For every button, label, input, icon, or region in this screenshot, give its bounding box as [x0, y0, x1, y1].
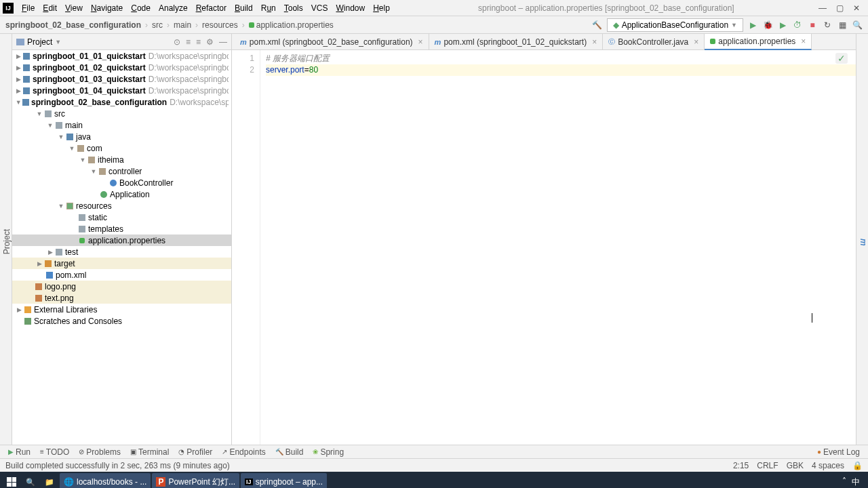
tray-chevron-icon[interactable]: ˄	[842, 476, 846, 488]
windows-logo-icon	[7, 477, 16, 487]
tree-package-com[interactable]: ▼com	[12, 142, 231, 154]
endpoints-tool-button[interactable]: ↗Endpoints	[218, 447, 269, 457]
code-area[interactable]: # 服务器端口配置 server.port=80	[260, 50, 856, 445]
tree-folder-templates[interactable]: templates	[12, 223, 231, 235]
todo-tool-button[interactable]: ≡TODO	[36, 447, 73, 457]
menu-analyze[interactable]: Analyze	[155, 2, 192, 14]
taskbar-search-icon[interactable]: 🔍	[22, 473, 39, 488]
taskbar-chrome[interactable]: 🌐localhost/books - ...	[60, 473, 151, 488]
start-button[interactable]	[3, 473, 20, 488]
tree-folder-main[interactable]: ▼main	[12, 119, 231, 131]
tree-folder-src[interactable]: ▼src	[12, 108, 231, 119]
minimize-icon[interactable]: —	[818, 3, 827, 13]
inspection-ok-icon[interactable]: ✓	[835, 53, 848, 64]
tree-file-logo[interactable]: logo.png	[12, 281, 231, 292]
close-icon[interactable]: ✕	[853, 3, 860, 13]
tree-module[interactable]: ▶springboot_01_03_quickstartD:\workspace…	[12, 73, 231, 85]
tree-class-application[interactable]: Application	[12, 188, 231, 200]
menu-file[interactable]: File	[18, 2, 39, 14]
breadcrumb-project[interactable]: springboot_02_base_configuration	[5, 20, 141, 30]
tab-pom-quickstart[interactable]: mpom.xml (springboot_01_02_quickstart)×	[429, 34, 604, 49]
editor-body[interactable]: 1 2 # 服务器端口配置 server.port=80 ✓	[232, 50, 856, 445]
maven-tool-icon[interactable]: m	[859, 239, 868, 246]
intellij-icon: IJ	[245, 479, 253, 485]
event-log-button[interactable]: ●Event Log	[813, 447, 864, 457]
tree-scratches[interactable]: Scratches and Consoles	[12, 315, 231, 327]
tree-file-text[interactable]: text.png	[12, 292, 231, 304]
menu-navigate[interactable]: Navigate	[87, 2, 127, 14]
tab-pom-base[interactable]: mpom.xml (springboot_02_base_configurati…	[235, 34, 429, 49]
select-opened-file-icon[interactable]: ⊙	[174, 37, 180, 47]
status-lock-icon[interactable]: 🔒	[852, 461, 863, 470]
menu-code[interactable]: Code	[127, 2, 155, 14]
taskbar-powerpoint[interactable]: PPowerPoint 幻灯...	[152, 473, 239, 488]
taskbar-idea[interactable]: IJspringboot – app...	[241, 473, 327, 488]
project-structure-icon[interactable]: ▦	[837, 20, 848, 30]
tree-module[interactable]: ▶springboot_01_04_quickstartD:\workspace…	[12, 85, 231, 96]
build-project-icon[interactable]: 🔨	[592, 20, 603, 30]
project-tree[interactable]: ▶springboot_01_01_quickstartD:\workspace…	[12, 50, 231, 445]
build-tool-button[interactable]: 🔨Build	[271, 447, 308, 457]
status-line-separator[interactable]: CRLF	[757, 461, 778, 470]
collapse-all-icon[interactable]: ≡	[196, 37, 201, 47]
stop-button-icon[interactable]: ■	[807, 20, 818, 30]
tree-folder-java[interactable]: ▼java	[12, 131, 231, 142]
tray-ime-icon[interactable]: 中	[852, 476, 860, 488]
status-indent[interactable]: 4 spaces	[812, 461, 844, 470]
tree-external-libraries[interactable]: ▶External Libraries	[12, 304, 231, 315]
close-tab-icon[interactable]: ×	[418, 37, 423, 47]
search-everywhere-icon[interactable]: 🔍	[852, 20, 863, 30]
coverage-button-icon[interactable]: ▶	[777, 20, 788, 30]
close-tab-icon[interactable]: ×	[592, 37, 597, 47]
tree-package-controller[interactable]: ▼controller	[12, 165, 231, 177]
hide-icon[interactable]: —	[219, 37, 227, 47]
tree-module[interactable]: ▶springboot_01_02_quickstartD:\workspace…	[12, 62, 231, 73]
tree-module-open[interactable]: ▼springboot_02_base_configurationD:\work…	[12, 96, 231, 108]
tree-folder-static[interactable]: static	[12, 211, 231, 223]
menu-run[interactable]: Run	[257, 2, 280, 14]
update-button-icon[interactable]: ↻	[822, 20, 833, 30]
tree-module[interactable]: ▶springboot_01_01_quickstartD:\workspace…	[12, 50, 231, 62]
tab-bookcontroller[interactable]: ⒸBookController.java×	[603, 34, 705, 49]
tab-application-properties[interactable]: application.properties×	[705, 34, 812, 50]
settings-icon[interactable]: ⚙	[206, 37, 214, 47]
tree-folder-resources[interactable]: ▼resources	[12, 200, 231, 211]
menu-edit[interactable]: Edit	[39, 2, 61, 14]
menu-vcs[interactable]: VCS	[307, 2, 332, 14]
run-configuration-dropdown[interactable]: ◆ ApplicationBaseConfiguration ▼	[607, 18, 743, 32]
expand-all-icon[interactable]: ≡	[186, 37, 191, 47]
spring-tool-button[interactable]: ❀Spring	[309, 447, 348, 457]
menu-build[interactable]: Build	[231, 2, 257, 14]
breadcrumb-file[interactable]: application.properties	[256, 20, 334, 30]
breadcrumb-resources[interactable]: resources	[202, 20, 238, 30]
run-tool-button[interactable]: ▶Run	[4, 447, 35, 457]
system-tray[interactable]: ˄ 中	[842, 476, 865, 488]
tree-folder-test[interactable]: ▶test	[12, 246, 231, 258]
maximize-icon[interactable]: ▢	[836, 3, 844, 13]
taskbar-explorer-icon[interactable]: 📁	[41, 473, 58, 488]
breadcrumb-src[interactable]: src	[152, 20, 163, 30]
terminal-tool-button[interactable]: ▣Terminal	[126, 447, 173, 457]
tree-folder-target[interactable]: ▶target	[12, 258, 231, 269]
menu-tools[interactable]: Tools	[280, 2, 307, 14]
chevron-down-icon[interactable]: ▼	[55, 39, 61, 45]
status-encoding[interactable]: GBK	[787, 461, 804, 470]
profiler-tool-button[interactable]: ◔Profiler	[174, 447, 216, 457]
tree-package-itheima[interactable]: ▼itheima	[12, 154, 231, 165]
debug-button-icon[interactable]: 🐞	[762, 20, 773, 30]
menu-view[interactable]: View	[61, 2, 87, 14]
menu-window[interactable]: Window	[332, 2, 369, 14]
breadcrumb-main[interactable]: main	[174, 20, 191, 30]
menu-refactor[interactable]: Refactor	[192, 2, 231, 14]
menu-help[interactable]: Help	[369, 2, 394, 14]
profile-button-icon[interactable]: ⏱	[792, 20, 803, 30]
tree-class-bookcontroller[interactable]: BookController	[12, 177, 231, 188]
close-tab-icon[interactable]: ×	[801, 37, 806, 46]
tree-file-pom[interactable]: pom.xml	[12, 269, 231, 281]
run-button-icon[interactable]: ▶	[747, 20, 758, 30]
status-caret-position[interactable]: 2:15	[733, 461, 749, 470]
problems-tool-button[interactable]: ⊘Problems	[75, 447, 125, 457]
tree-file-application-properties[interactable]: application.properties	[12, 235, 231, 246]
close-tab-icon[interactable]: ×	[694, 37, 698, 47]
project-tool-button[interactable]: Project	[2, 229, 12, 254]
